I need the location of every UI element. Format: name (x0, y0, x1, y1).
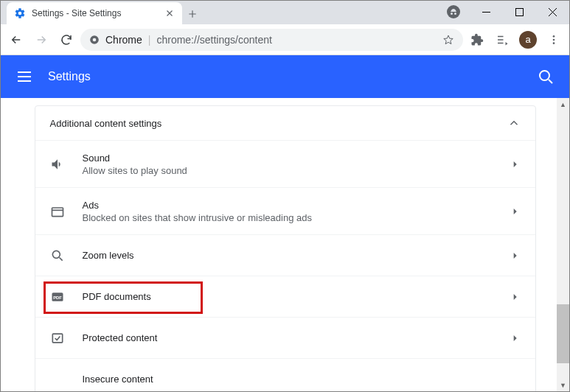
svg-point-2 (93, 38, 97, 41)
insecure-content-icon (50, 372, 65, 387)
scrollbar-up-button[interactable]: ▲ (557, 98, 569, 111)
window-titlebar: Settings - Site Settings (1, 1, 569, 24)
pdf-icon: PDF (50, 290, 65, 304)
row-subtitle: Allow sites to play sound (83, 165, 509, 176)
section-header-additional-content[interactable]: Additional content settings (35, 106, 535, 140)
svg-point-5 (553, 42, 555, 44)
gear-icon (14, 7, 26, 19)
omnibox[interactable]: Chrome | chrome://settings/content (80, 29, 463, 51)
svg-text:PDF: PDF (53, 295, 62, 299)
chevron-right-icon (509, 291, 521, 303)
svg-point-4 (553, 38, 555, 41)
svg-rect-11 (52, 334, 62, 343)
page-title: Settings (48, 70, 91, 83)
browser-tab[interactable]: Settings - Site Settings (7, 2, 182, 24)
row-zoom-levels[interactable]: Zoom levels (35, 234, 535, 276)
row-sound[interactable]: Sound Allow sites to play sound (35, 140, 535, 187)
svg-point-6 (540, 71, 549, 80)
svg-point-8 (52, 251, 60, 258)
scrollbar-down-button[interactable]: ▼ (557, 379, 569, 391)
row-title: Insecure content (83, 374, 521, 385)
svg-point-3 (553, 35, 555, 38)
new-tab-button[interactable] (182, 4, 203, 24)
close-window-button[interactable] (536, 1, 569, 23)
profile-avatar[interactable]: a (519, 31, 537, 49)
search-icon[interactable] (537, 68, 555, 85)
forward-button[interactable] (30, 29, 52, 51)
content-area: Additional content settings Sound Allow … (1, 98, 569, 391)
magnifier-icon (50, 248, 65, 263)
media-control-button[interactable] (491, 29, 513, 51)
row-title: Sound (83, 153, 509, 164)
row-title: PDF documents (83, 291, 509, 302)
chevron-up-icon (507, 116, 521, 130)
reload-button[interactable] (55, 29, 77, 51)
settings-card: Additional content settings Sound Allow … (35, 105, 536, 391)
minimize-button[interactable] (470, 1, 503, 23)
row-ads[interactable]: Ads Blocked on sites that show intrusive… (35, 187, 535, 234)
omnibox-url: chrome://settings/content (156, 34, 271, 46)
omnibox-separator: | (148, 34, 151, 46)
row-title: Ads (83, 200, 509, 211)
row-protected-content[interactable]: Protected content (35, 317, 535, 358)
row-title: Zoom levels (83, 250, 509, 261)
menu-button[interactable] (543, 29, 565, 51)
chevron-right-icon (509, 158, 521, 170)
protected-content-icon (50, 331, 65, 346)
window-controls (470, 1, 569, 23)
svg-rect-7 (52, 208, 63, 217)
back-button[interactable] (5, 29, 27, 51)
scrollbar-thumb[interactable] (557, 304, 569, 363)
row-pdf-documents[interactable]: PDF PDF documents (35, 276, 535, 317)
maximize-button[interactable] (503, 1, 536, 23)
address-bar: Chrome | chrome://settings/content a (1, 24, 569, 55)
row-insecure-content[interactable]: Insecure content (35, 358, 535, 391)
sound-icon (50, 157, 65, 172)
chevron-right-icon (509, 332, 521, 344)
row-subtitle: Blocked on sites that show intrusive or … (83, 212, 509, 223)
hamburger-icon[interactable] (15, 68, 33, 85)
chevron-right-icon (509, 206, 521, 217)
omnibox-scheme: Chrome (105, 34, 142, 46)
extensions-button[interactable] (466, 29, 488, 51)
row-title: Protected content (83, 332, 509, 343)
close-icon[interactable] (164, 8, 175, 18)
bookmark-star-icon[interactable] (442, 34, 454, 46)
svg-rect-0 (516, 8, 524, 15)
chevron-right-icon (509, 250, 521, 262)
incognito-indicator (447, 5, 460, 18)
chrome-page-icon (89, 35, 100, 45)
tab-title: Settings - Site Settings (32, 8, 160, 18)
section-title: Additional content settings (50, 118, 162, 129)
settings-header: Settings (1, 55, 569, 98)
ads-icon (50, 204, 65, 219)
